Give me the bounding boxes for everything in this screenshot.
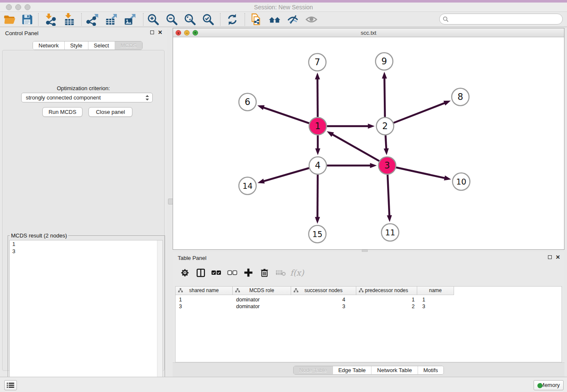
column-header-mcds-role[interactable]: MCDS role [233, 287, 291, 295]
graph-edge-1-7[interactable] [317, 78, 318, 117]
close-panel-icon[interactable]: ✕ [158, 29, 162, 36]
graph-arrowhead [382, 72, 387, 78]
graph-edge-2-8[interactable] [394, 103, 445, 123]
graph-edge-4-14[interactable] [263, 168, 309, 181]
cell-successor-nodes[interactable]: 3 [291, 303, 356, 310]
tab-network-table[interactable]: Network Table [372, 366, 418, 374]
home-views-icon[interactable] [267, 12, 283, 27]
tab-select[interactable]: Select [88, 41, 115, 50]
cell-mcds-role[interactable]: dominator [233, 303, 291, 310]
network-window-title: scc.txt [173, 30, 564, 36]
table-settings-icon[interactable] [179, 266, 191, 279]
open-session-icon[interactable] [1, 12, 17, 27]
graph-edge-4-15[interactable] [317, 174, 318, 218]
window-titlebar[interactable]: Session: New Session [0, 3, 567, 12]
column-type-icon [235, 288, 240, 293]
graph-node-label: 8 [457, 92, 463, 102]
cell-predecessor-nodes[interactable]: 1 [356, 296, 417, 303]
network-window-titlebar[interactable]: x – + scc.txt [173, 28, 564, 37]
refresh-layout-icon[interactable] [224, 12, 240, 27]
graph-node-label: 3 [384, 160, 390, 171]
save-session-icon[interactable] [19, 12, 35, 27]
zoom-in-icon[interactable] [145, 12, 161, 27]
cell-shared-name[interactable]: 3 [176, 303, 233, 310]
table-header-row: shared name MCDS role successor nodes pr… [176, 287, 454, 295]
export-table-icon[interactable] [103, 12, 119, 27]
graph-edge-1-6[interactable] [263, 108, 309, 124]
close-panel-button[interactable]: Close panel [88, 107, 132, 117]
column-header-predecessor-nodes[interactable]: predecessor nodes [356, 287, 417, 295]
float-panel-icon[interactable] [548, 255, 552, 259]
dropdown-value: strongly connected component [26, 94, 101, 101]
hide-toggle-icon[interactable] [285, 12, 301, 27]
graph-node-label: 2 [382, 121, 388, 131]
add-column-icon[interactable] [242, 266, 255, 279]
run-mcds-button[interactable]: Run MCDS [42, 107, 83, 117]
cell-name[interactable]: 3 [417, 303, 454, 310]
graph-node-label: 4 [315, 160, 320, 171]
cell-successor-nodes[interactable]: 4 [291, 296, 356, 303]
node-table: shared name MCDS role successor nodes pr… [175, 286, 562, 362]
graph-node-label: 9 [381, 56, 387, 66]
column-header-successor-nodes[interactable]: successor nodes [291, 287, 356, 295]
application-window: Session: New Session [0, 0, 567, 392]
zoom-selected-icon[interactable] [200, 12, 216, 27]
control-panel-header: Control Panel ✕ [0, 27, 167, 38]
network-canvas[interactable]: 7968124314101511 [173, 37, 564, 249]
search-input[interactable] [451, 14, 559, 24]
split-columns-icon[interactable] [194, 266, 207, 279]
column-header-name[interactable]: name [417, 287, 454, 295]
import-network-icon[interactable] [42, 12, 58, 27]
task-history-button[interactable] [4, 380, 17, 390]
export-image-icon[interactable] [121, 12, 138, 27]
function-builder-icon: f(x) [291, 266, 303, 279]
copy-network-icon[interactable] [248, 12, 264, 27]
mcds-result-textarea[interactable]: 1 3 [9, 240, 163, 392]
column-header-shared-name[interactable]: shared name [176, 287, 233, 295]
float-panel-icon[interactable] [150, 30, 154, 34]
tab-node-table[interactable]: Node Table [294, 366, 333, 374]
status-bar: Memory [0, 377, 567, 392]
deselect-all-checks-icon[interactable] [226, 266, 239, 279]
cell-shared-name[interactable]: 1 [176, 296, 233, 303]
tab-network[interactable]: Network [33, 41, 65, 50]
graph-edge-3-10[interactable] [396, 168, 445, 178]
graph-edge-3-1[interactable] [332, 134, 379, 161]
graph-node-label: 11 [385, 228, 395, 237]
window-title: Session: New Session [0, 4, 567, 11]
delete-column-icon[interactable] [258, 266, 271, 279]
memory-status-dot [537, 383, 542, 388]
tab-edge-table[interactable]: Edge Table [333, 366, 372, 374]
result-line: 1 [10, 240, 162, 248]
graph-edge-3-11[interactable] [388, 174, 389, 216]
graph-edge-2-9[interactable] [385, 77, 385, 117]
folder-icon [4, 16, 14, 19]
graph-edge-2-3[interactable] [385, 135, 386, 149]
import-table-icon[interactable] [61, 12, 77, 27]
cell-mcds-role[interactable]: dominator [233, 296, 291, 303]
tab-mcds[interactable]: MCDS [115, 41, 142, 50]
graph-arrowhead [257, 105, 264, 110]
show-eye-icon[interactable] [303, 12, 319, 27]
export-network-icon[interactable] [84, 12, 100, 27]
table-row[interactable]: 1 dominator 4 1 1 [176, 296, 454, 303]
table-row[interactable]: 3 dominator 3 2 3 [176, 303, 454, 310]
search-field[interactable] [439, 14, 563, 25]
result-scrollbar[interactable] [157, 240, 162, 392]
select-all-checks-icon[interactable] [210, 266, 223, 279]
optimization-criterion-dropdown[interactable]: strongly connected component [21, 93, 153, 102]
table-panel-title: Table Panel [178, 255, 206, 261]
memory-label: Memory [540, 382, 560, 388]
memory-button[interactable]: Memory [534, 380, 564, 390]
list-icon [7, 382, 14, 388]
cell-predecessor-nodes[interactable]: 2 [356, 303, 417, 310]
graph-arrowhead [370, 163, 377, 168]
cell-name[interactable]: 1 [417, 296, 454, 303]
close-panel-icon[interactable]: ✕ [556, 254, 560, 260]
tab-motifs[interactable]: Motifs [418, 366, 443, 374]
zoom-out-icon[interactable] [164, 12, 180, 27]
dropdown-stepper-icon [144, 94, 150, 102]
zoom-fit-icon[interactable] [182, 12, 198, 27]
toolbar-separator [220, 13, 220, 26]
tab-style[interactable]: Style [65, 41, 88, 50]
